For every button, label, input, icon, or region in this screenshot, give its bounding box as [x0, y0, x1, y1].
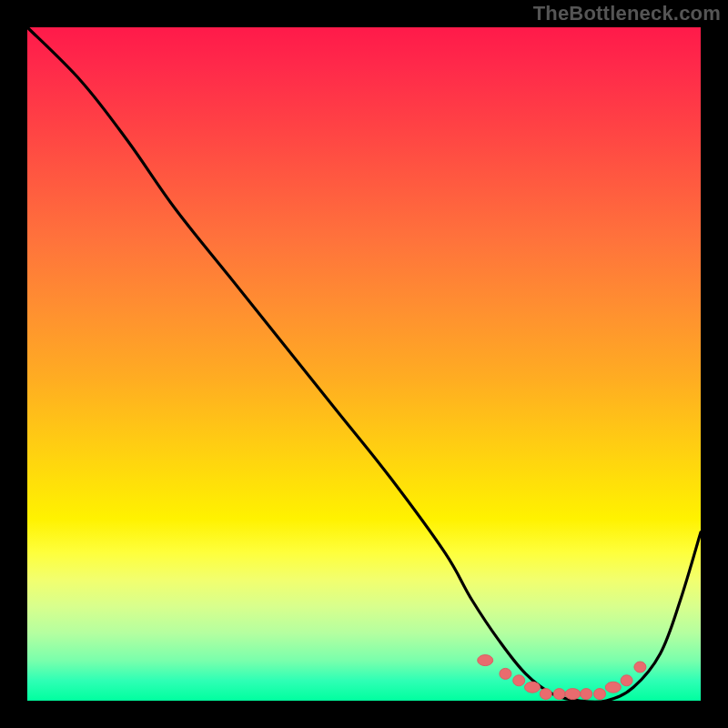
optimal-marker — [565, 689, 581, 700]
optimal-marker — [605, 682, 621, 693]
optimal-marker — [478, 655, 493, 666]
plot-area — [27, 27, 701, 701]
bottleneck-curve-path — [27, 27, 701, 703]
curve-svg — [27, 27, 701, 701]
optimal-marker — [553, 689, 565, 700]
watermark-text: TheBottleneck.com — [533, 2, 721, 25]
optimal-marker — [500, 668, 511, 679]
optimal-marker — [513, 675, 525, 686]
optimal-marker — [634, 662, 646, 672]
optimal-marker — [525, 682, 541, 693]
optimal-marker — [540, 689, 551, 700]
optimal-marker — [581, 689, 592, 700]
optimal-region-markers — [478, 655, 646, 700]
optimal-marker — [621, 675, 632, 686]
chart-frame: TheBottleneck.com — [0, 0, 728, 728]
optimal-marker — [594, 689, 606, 700]
